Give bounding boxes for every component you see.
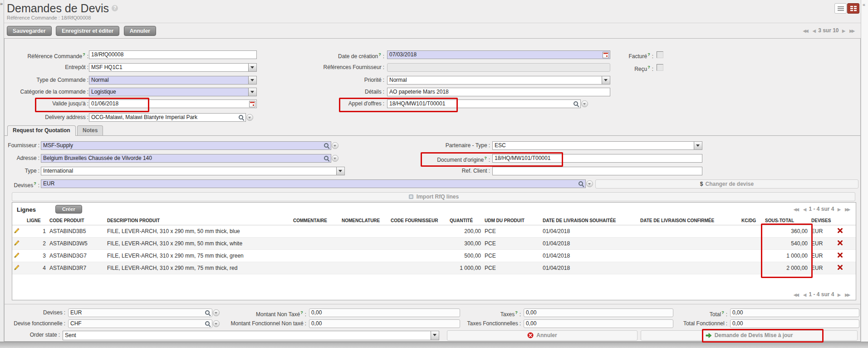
entrepot-select[interactable]: MSF HQ1C1 <box>89 63 257 72</box>
montant-fonctionnel-input[interactable]: 0,00 <box>309 319 460 328</box>
details-input[interactable]: AO papeterie Mars 2018 <box>387 88 610 96</box>
left-collapse-rail[interactable]: » <box>0 0 4 348</box>
search-icon[interactable] <box>578 181 584 187</box>
field-label-categorie: Catégorie de la commande: <box>5 88 88 96</box>
tab-notes[interactable]: Notes <box>77 125 103 135</box>
green-arrow-icon <box>706 333 712 338</box>
adresse-input[interactable]: Belgium Bruxelles Chaussée de Vilvorde 1… <box>41 154 331 163</box>
total-input[interactable]: 0,00 <box>730 308 859 317</box>
edit-pencil-icon[interactable] <box>14 229 20 235</box>
devise-fonctionnelle-input[interactable]: CHF <box>68 319 212 328</box>
categorie-select[interactable]: Logistique <box>89 88 257 96</box>
expand-left-panel-icon[interactable]: » <box>0 1 3 6</box>
import-rfq-lines-button[interactable]: Import RfQ lines <box>12 192 855 201</box>
field-label-devises: Devises?: <box>5 179 39 188</box>
partenaire-type-select[interactable]: ESC <box>492 141 702 150</box>
appel-offres-dropdown-button[interactable] <box>581 100 588 107</box>
recu-checkbox[interactable] <box>657 64 663 71</box>
order-lines-panel: Lignes Créer ◀◀ ◀ 1 - 4 sur 4 ▶ ▶▶ <box>12 202 856 300</box>
facture-checkbox[interactable] <box>657 51 663 58</box>
delete-row-icon[interactable] <box>838 253 843 259</box>
type-select[interactable]: International <box>41 167 345 175</box>
edit-pencil-icon[interactable] <box>14 241 20 247</box>
cancel-button[interactable]: Annuler <box>124 26 156 36</box>
devises-input[interactable]: EUR <box>41 179 586 188</box>
search-icon[interactable] <box>205 310 211 316</box>
pager-first-icon[interactable]: ◀◀ <box>803 29 808 33</box>
pager-last-icon[interactable]: ▶▶ <box>845 207 849 212</box>
delete-row-icon[interactable] <box>838 240 843 247</box>
delete-row-icon[interactable] <box>838 265 843 271</box>
update-rfq-button[interactable]: Demande de Devis Mise à jour <box>641 330 858 341</box>
pager-first-icon[interactable]: ◀◀ <box>794 207 798 212</box>
select-arrow-icon[interactable] <box>248 76 257 85</box>
select-arrow-icon[interactable] <box>248 63 257 72</box>
pager-prev-icon[interactable]: ◀ <box>813 29 815 33</box>
priorite-select[interactable]: Normal <box>387 76 610 85</box>
total-fonctionnel-input[interactable]: 0,00 <box>730 319 859 328</box>
pager-last-icon[interactable]: ▶▶ <box>849 29 854 33</box>
cancel-order-button[interactable]: Annuler <box>447 330 638 341</box>
save-button[interactable]: Sauvegarder <box>7 26 52 36</box>
delivery-address-dropdown-button[interactable] <box>246 114 253 121</box>
collapse-right-panel-icon[interactable]: « <box>863 2 865 7</box>
valide-jusqua-input[interactable]: 01/06/2018 <box>89 99 257 108</box>
fournisseur-dropdown-button[interactable] <box>332 142 338 149</box>
adresse-dropdown-button[interactable] <box>332 155 338 162</box>
montant-non-taxe-input[interactable]: 0,00 <box>309 308 460 317</box>
ref-client-input[interactable] <box>492 167 702 175</box>
select-arrow-icon[interactable] <box>336 167 345 175</box>
field-label-document-origine: Document d'origine?: <box>358 154 490 163</box>
calendar-icon[interactable] <box>249 101 255 107</box>
footer-devises-input[interactable]: EUR <box>68 308 212 317</box>
save-edit-button[interactable]: Enregistrer et éditer <box>56 26 119 36</box>
pager-first-icon[interactable]: ◀◀ <box>794 293 798 297</box>
reference-commande-input[interactable]: 18/RfQ00008 <box>89 50 257 59</box>
edit-pencil-icon[interactable] <box>14 265 20 272</box>
field-label-partenaire-type: Partenaire - Type: <box>358 141 490 150</box>
select-arrow-icon[interactable] <box>431 331 439 340</box>
pager-prev-icon[interactable]: ◀ <box>803 207 805 212</box>
edit-pencil-icon[interactable] <box>14 253 20 259</box>
footer-divider <box>5 304 860 304</box>
pager-prev-icon[interactable]: ◀ <box>803 293 805 297</box>
tab-request-for-quotation[interactable]: Request for Quotation <box>7 125 76 136</box>
delete-row-icon[interactable] <box>838 228 843 234</box>
col-devises: DEVISES <box>809 216 836 225</box>
type-commande-select[interactable]: Normal <box>89 76 257 85</box>
appel-offres-input[interactable]: 18/HQ/MW101/T00001 <box>387 99 581 108</box>
right-collapse-rail[interactable]: « <box>861 0 868 348</box>
list-view-button[interactable] <box>834 3 847 14</box>
pager-next-icon[interactable]: ▶ <box>842 29 844 33</box>
pager-next-icon[interactable]: ▶ <box>838 293 840 297</box>
pager-last-icon[interactable]: ▶▶ <box>845 293 849 297</box>
fournisseur-input[interactable]: MSF-Supply <box>41 141 331 150</box>
form-view-button[interactable] <box>847 3 859 14</box>
search-icon[interactable] <box>238 114 244 120</box>
search-icon[interactable] <box>205 321 211 327</box>
select-arrow-icon[interactable] <box>248 88 257 96</box>
order-state-select[interactable]: Sent <box>63 331 439 340</box>
devises-dropdown-button[interactable] <box>586 180 593 187</box>
title-help-icon[interactable]: ? <box>112 5 118 11</box>
search-icon[interactable] <box>573 101 579 107</box>
document-origine-input[interactable]: 18/HQ/MW101/T00001 <box>492 154 702 163</box>
change-currency-button[interactable]: $Changer de devise <box>595 179 858 189</box>
search-icon[interactable] <box>324 143 329 149</box>
taxes-input[interactable]: 0,00 <box>524 308 673 317</box>
table-row[interactable]: 3ASTABIND3G7FILE, LEVER-ARCH, 310 x 290 … <box>12 250 856 262</box>
search-icon[interactable] <box>324 155 329 161</box>
table-row[interactable]: 4ASTABIND3R7FILE, LEVER-ARCH, 310 x 290 … <box>12 262 856 274</box>
toolbar: Sauvegarder Enregistrer et éditer Annule… <box>7 26 158 36</box>
table-row[interactable]: 2ASTABIND3W5FILE, LEVER-ARCH, 310 x 290 … <box>12 238 856 250</box>
pager-next-icon[interactable]: ▶ <box>838 207 840 212</box>
select-arrow-icon[interactable] <box>602 76 610 85</box>
header-divider <box>4 23 861 23</box>
taxes-fonctionnelles-input[interactable]: 0,00 <box>524 319 673 328</box>
delivery-address-input[interactable]: OCG-Malawi, Malawi Blantyre Imperial Par… <box>89 113 246 122</box>
select-arrow-icon[interactable] <box>694 141 702 150</box>
create-line-button[interactable]: Créer <box>55 205 82 214</box>
table-row[interactable]: 1ASTABIND3B5FILE, LEVER-ARCH, 310 x 290 … <box>12 225 856 238</box>
field-label-date-creation: Date de création?: <box>259 50 384 59</box>
col-udm: UDM DU PRODUIT <box>483 216 541 225</box>
